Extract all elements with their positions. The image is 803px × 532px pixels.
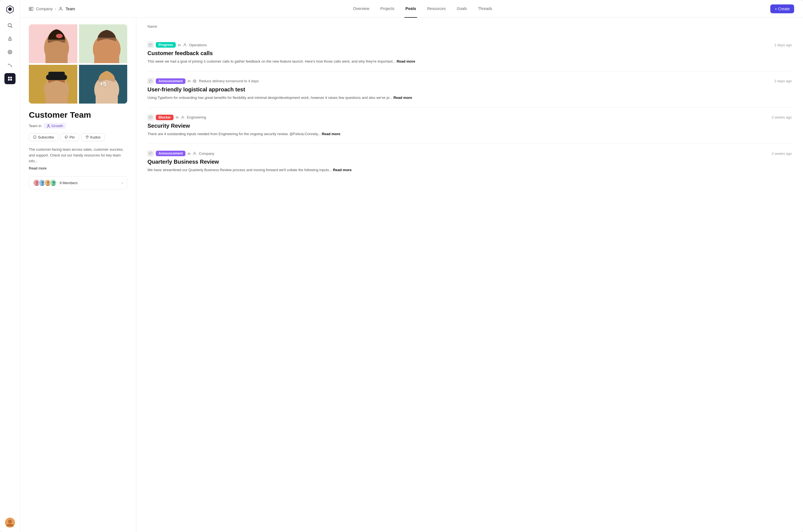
posts-panel: Name Progress [136,18,803,532]
post-4-read-more[interactable]: Read more [333,168,351,172]
post-4-icon [147,150,153,156]
team-read-more[interactable]: Read more [29,166,47,170]
post-2-badge: Announcement [156,78,185,84]
svg-point-16 [60,7,61,9]
create-button[interactable]: + Create [770,4,794,13]
post-2-excerpt: Using Typeform for onboarding has great … [147,95,792,101]
team-name: Customer Team [29,110,127,120]
tab-projects[interactable]: Projects [379,0,396,18]
post-3-meta-text: in Engineering [176,115,206,119]
svg-point-35 [41,181,44,184]
post-1-badge: Progress [156,42,176,48]
sidebar-dashboard[interactable] [4,73,16,84]
breadcrumb-team: Team [66,7,75,11]
avatar-3 [29,65,77,103]
sidebar-rocket[interactable] [4,33,16,44]
svg-point-20 [56,34,62,38]
post-4-excerpt: We have streamlined our Quarterly Busine… [147,167,792,173]
sidebar-search[interactable] [4,20,16,31]
pin-button[interactable]: Pin [60,133,79,141]
svg-rect-7 [8,77,10,78]
pin-label: Pin [70,135,75,139]
post-4-badge: Announcement [156,151,185,156]
post-3-title[interactable]: Security Review [147,123,792,129]
body: +5 Customer Team Team in Growth [20,18,803,532]
post-1-icon [147,42,153,48]
post-1-title[interactable]: Customer feedback calls [147,50,792,57]
team-meta-label: Team in [29,124,41,128]
post-4-time: 2 weeks ago [772,151,792,156]
members-info: 9 Members [33,179,78,186]
member-avatar-4 [50,179,57,186]
header: Company › Team Overview Projects Posts R… [20,0,803,18]
svg-rect-13 [29,7,31,8]
post-2-icon [147,78,153,84]
svg-point-12 [8,519,12,524]
column-header: Name [147,24,792,31]
svg-rect-28 [46,75,67,80]
team-tag[interactable]: Growth [44,123,66,129]
subscribe-label: Subscribe [38,135,54,139]
post-3-badge: Blocker [156,115,174,120]
svg-point-5 [8,64,8,65]
post-3-meta: Blocker in Engineering 2 weeks ago [147,114,792,120]
post-2-time: 3 days ago [774,79,792,83]
post-3-excerpt: There are 4 outstanding inputs needed fr… [147,131,792,137]
post-2-read-more[interactable]: Read more [393,96,412,100]
sidebar-route[interactable] [4,60,16,71]
svg-point-1 [10,38,10,39]
post-2-meta-text: in Reduce delivery turnaround to 4 days [188,79,259,83]
svg-rect-15 [31,7,33,11]
app-logo[interactable] [5,4,15,14]
post-1-meta: Progress in Operations 1 days ago [147,42,792,48]
svg-point-32 [48,124,49,126]
post-item-4: Announcement in Company 2 weeks ago Quar… [147,144,792,180]
team-meta: Team in Growth [29,123,127,129]
sidebar-goals[interactable] [4,46,16,58]
avatar-overflow: +5 [99,81,106,88]
post-1-read-more[interactable]: Read more [397,59,415,63]
post-item-2: Announcement in Reduce delivery turnarou… [147,72,792,108]
post-4-title[interactable]: Quarterly Business Review [147,159,792,165]
svg-point-37 [52,181,55,184]
team-description: The customer-facing team across sales, c… [29,147,127,164]
sidebar [0,0,20,532]
avatar-2 [79,24,128,63]
breadcrumb: Company › Team [29,7,75,11]
chevron-right-icon: › [122,180,123,185]
tab-resources[interactable]: Resources [426,0,447,18]
tab-threads[interactable]: Threads [477,0,493,18]
tab-goals[interactable]: Goals [456,0,468,18]
svg-line-33 [65,138,66,138]
post-3-icon [147,114,153,120]
svg-point-6 [11,66,12,67]
post-item-1: Progress in Operations 1 days ago Custom… [147,35,792,72]
svg-point-53 [182,116,183,117]
nav-tabs: Overview Projects Posts Resources Goals … [352,0,493,18]
kudos-button[interactable]: Kudos [81,133,105,141]
post-4-meta: Announcement in Company 2 weeks ago [147,150,792,156]
svg-point-58 [194,152,196,153]
tab-overview[interactable]: Overview [352,0,370,18]
post-3-time: 2 weeks ago [772,115,792,119]
kudos-label: Kudos [90,135,101,139]
breadcrumb-company[interactable]: Company [36,7,53,11]
post-1-excerpt: This week we had a goal of joining 3 cus… [147,59,792,64]
post-4-meta-text: in Company [188,151,214,156]
svg-rect-8 [10,77,12,78]
svg-point-36 [47,181,50,184]
user-avatar[interactable] [5,518,15,528]
subscribe-button[interactable]: Subscribe [29,133,58,141]
avatar-overlay: +5 [79,65,128,103]
tab-posts[interactable]: Posts [404,0,417,18]
left-panel: +5 Customer Team Team in Growth [20,18,136,532]
main-content: Company › Team Overview Projects Posts R… [20,0,803,532]
avatar-1 [29,24,77,63]
svg-point-0 [8,23,11,27]
members-row[interactable]: 9 Members › [29,176,127,189]
post-2-title[interactable]: User-friendly logistical approach test [147,87,792,93]
members-count: 9 Members [60,181,78,185]
post-3-read-more[interactable]: Read more [322,132,340,136]
svg-point-34 [36,181,38,184]
members-avatars [33,179,57,186]
